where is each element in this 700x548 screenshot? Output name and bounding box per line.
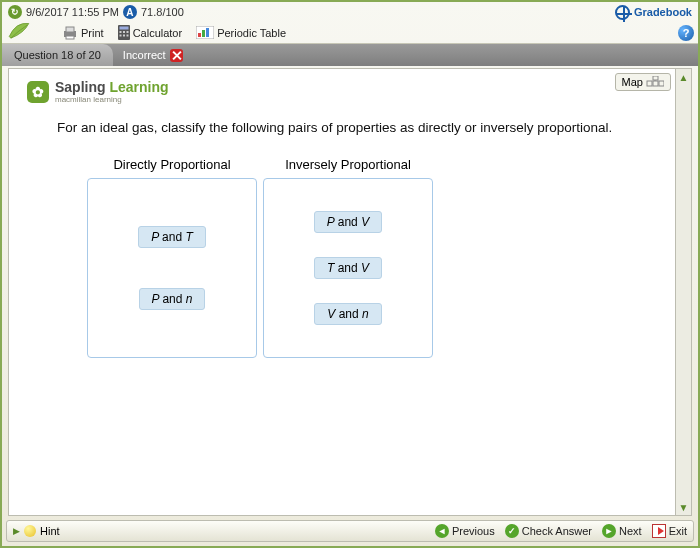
drop-zone-directly[interactable]: P and T P and n — [87, 178, 257, 358]
svg-rect-8 — [119, 35, 121, 37]
zone-left-title: Directly Proportional — [87, 157, 257, 172]
map-button[interactable]: Map — [615, 73, 671, 91]
svg-rect-6 — [123, 31, 125, 33]
chip[interactable]: V and n — [314, 303, 381, 325]
datetime: 9/6/2017 11:55 PM — [26, 6, 119, 18]
vertical-scrollbar[interactable]: ▲ ▼ — [676, 68, 692, 516]
svg-rect-18 — [653, 76, 658, 80]
svg-rect-15 — [647, 81, 652, 86]
scroll-up-icon[interactable]: ▲ — [676, 69, 691, 85]
svg-rect-12 — [198, 33, 201, 37]
question-text: For an ideal gas, classify the following… — [57, 120, 657, 135]
gradebook-icon — [615, 5, 630, 20]
chip[interactable]: T and V — [314, 257, 382, 279]
next-icon: ► — [602, 524, 616, 538]
map-icon — [646, 76, 664, 88]
next-button[interactable]: ► Next — [602, 524, 642, 538]
drop-zone-inversely[interactable]: P and V T and V V and n — [263, 178, 433, 358]
status-bar: ↻ 9/6/2017 11:55 PM A 71.8/100 Gradebook — [2, 2, 698, 22]
score-badge-icon: A — [123, 5, 137, 19]
help-button[interactable]: ? — [678, 25, 694, 41]
previous-icon: ◄ — [435, 524, 449, 538]
brand-logo: ✿ Sapling Learning macmillan learning — [27, 79, 657, 104]
chip[interactable]: P and n — [139, 288, 206, 310]
chip[interactable]: P and T — [138, 226, 206, 248]
toolbar: Print Calculator Periodic Table ? — [2, 22, 698, 44]
score-text: 71.8/100 — [141, 6, 184, 18]
svg-rect-2 — [66, 36, 74, 39]
brand-badge-icon: ✿ — [27, 81, 49, 103]
chip[interactable]: P and V — [314, 211, 382, 233]
calculator-icon — [118, 25, 130, 40]
svg-rect-7 — [126, 31, 128, 33]
check-answer-button[interactable]: ✓ Check Answer — [505, 524, 592, 538]
svg-rect-4 — [119, 27, 128, 30]
hint-icon — [24, 525, 36, 537]
svg-rect-1 — [66, 27, 74, 32]
exit-icon — [652, 524, 666, 538]
check-icon: ✓ — [505, 524, 519, 538]
print-icon — [62, 26, 78, 40]
print-button[interactable]: Print — [62, 26, 104, 40]
scroll-down-icon[interactable]: ▼ — [676, 499, 691, 515]
leaf-logo-icon — [6, 18, 32, 42]
status-tab: Incorrect — [113, 44, 193, 66]
zone-right-title: Inversely Proportional — [263, 157, 433, 172]
svg-rect-10 — [126, 35, 128, 37]
exit-button[interactable]: Exit — [652, 524, 687, 538]
incorrect-icon — [170, 49, 183, 62]
hint-button[interactable]: Hint — [40, 525, 60, 537]
sync-icon: ↻ — [8, 5, 22, 19]
svg-rect-13 — [202, 30, 205, 37]
previous-button[interactable]: ◄ Previous — [435, 524, 495, 538]
periodic-table-button[interactable]: Periodic Table — [196, 26, 286, 39]
periodic-table-icon — [196, 26, 214, 39]
question-tab[interactable]: Question 18 of 20 — [2, 44, 113, 66]
svg-rect-5 — [119, 31, 121, 33]
tab-bar: Question 18 of 20 Incorrect — [2, 44, 698, 66]
svg-rect-16 — [653, 81, 658, 86]
question-content: Map ✿ Sapling Learning macmillan learnin… — [8, 68, 676, 516]
gradebook-link[interactable]: Gradebook — [634, 6, 692, 18]
footer-bar: ▶ Hint ◄ Previous ✓ Check Answer ► Next … — [6, 520, 694, 542]
svg-rect-9 — [123, 35, 125, 37]
calculator-button[interactable]: Calculator — [118, 25, 183, 40]
svg-rect-17 — [659, 81, 664, 86]
expand-icon[interactable]: ▶ — [13, 526, 20, 536]
svg-rect-14 — [206, 28, 209, 37]
